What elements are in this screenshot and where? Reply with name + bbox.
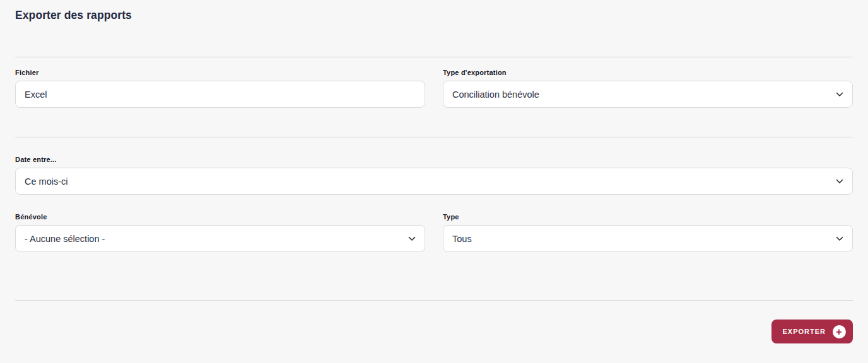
benevole-field-group: Bénévole - Aucune sélection - bbox=[15, 213, 425, 252]
chevron-down-icon bbox=[408, 236, 416, 241]
chevron-down-icon bbox=[836, 92, 843, 97]
type-select[interactable]: Tous bbox=[443, 225, 853, 252]
benevole-label: Bénévole bbox=[15, 213, 425, 221]
type-exportation-select[interactable]: Conciliation bénévole bbox=[443, 81, 853, 108]
type-exportation-selected-value: Conciliation bénévole bbox=[452, 89, 830, 100]
fichier-input[interactable] bbox=[15, 81, 425, 108]
fichier-field-group: Fichier bbox=[15, 69, 425, 108]
type-field-group: Type Tous bbox=[443, 213, 853, 252]
type-exportation-field-group: Type d'exportation Conciliation bénévole bbox=[443, 69, 853, 108]
benevole-selected-value: - Aucune sélection - bbox=[25, 234, 402, 244]
benevole-select[interactable]: - Aucune sélection - bbox=[15, 225, 425, 252]
file-and-export-type-row: Fichier Type d'exportation Conciliation … bbox=[15, 69, 853, 108]
date-entre-label: Date entre... bbox=[15, 156, 853, 163]
export-reports-page: Exporter des rapports Fichier Type d'exp… bbox=[0, 0, 868, 363]
page-title: Exporter des rapports bbox=[15, 0, 853, 22]
export-button[interactable]: EXPORTER + bbox=[771, 320, 853, 343]
date-entre-selected-value: Ce mois-ci bbox=[25, 176, 830, 187]
volunteer-and-type-row: Bénévole - Aucune sélection - Type Tous bbox=[15, 213, 853, 252]
chevron-down-icon bbox=[836, 236, 843, 241]
date-entre-field-group: Date entre... Ce mois-ci bbox=[15, 156, 853, 195]
plus-icon: + bbox=[833, 325, 846, 338]
type-label: Type bbox=[443, 213, 853, 221]
divider bbox=[15, 137, 853, 137]
chevron-down-icon bbox=[836, 179, 843, 184]
divider bbox=[15, 57, 853, 57]
date-entre-select[interactable]: Ce mois-ci bbox=[15, 168, 853, 195]
actions-bar: EXPORTER + bbox=[15, 320, 853, 343]
fichier-label: Fichier bbox=[15, 69, 425, 76]
export-button-label: EXPORTER bbox=[782, 328, 826, 335]
type-selected-value: Tous bbox=[452, 234, 830, 244]
divider bbox=[15, 300, 853, 301]
date-range-row: Date entre... Ce mois-ci bbox=[15, 156, 853, 195]
type-exportation-label: Type d'exportation bbox=[443, 69, 853, 76]
